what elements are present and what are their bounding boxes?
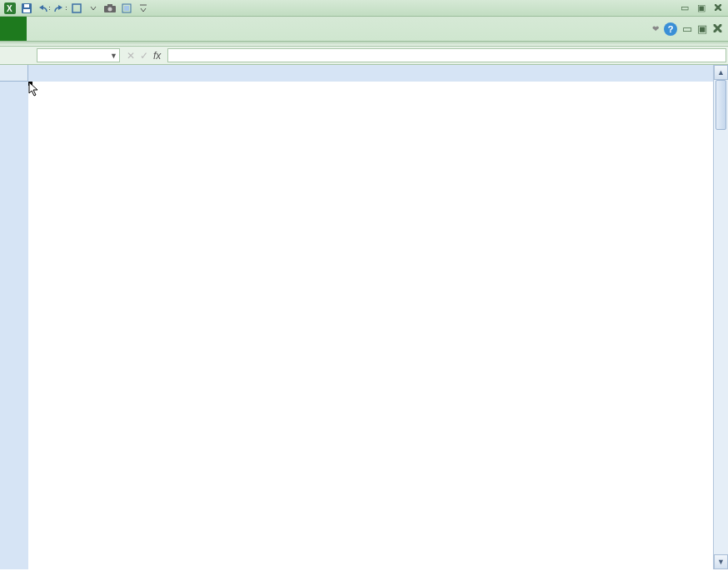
cells-area[interactable]: [28, 82, 713, 569]
ribbon: ❤ ? ▭ ▣ 🗙: [0, 17, 728, 42]
close-button[interactable]: 🗙: [712, 2, 725, 13]
fx-icon[interactable]: fx: [153, 50, 161, 62]
worksheet-grid: ▲ ▼: [0, 65, 728, 569]
svg-rect-3: [23, 9, 30, 12]
name-box[interactable]: ▼: [37, 48, 120, 62]
camera-icon[interactable]: [103, 2, 117, 15]
ribbon-restore-icon[interactable]: ▣: [697, 22, 707, 35]
file-tab[interactable]: [0, 17, 27, 41]
svg-rect-4: [24, 4, 29, 7]
ribbon-minimize-icon[interactable]: ▭: [682, 22, 692, 35]
ribbon-options-icon[interactable]: ❤: [652, 24, 659, 33]
svg-rect-8: [107, 4, 112, 7]
undo-icon[interactable]: [37, 2, 50, 15]
minimize-button[interactable]: ▭: [679, 2, 691, 13]
qat-dropdown-icon[interactable]: [87, 2, 100, 15]
ribbon-close-icon[interactable]: 🗙: [712, 22, 723, 35]
excel-icon: X: [3, 2, 17, 15]
formula-bar: ▼ ✕ ✓ fx: [0, 47, 728, 65]
cancel-formula-icon[interactable]: ✕: [127, 50, 135, 62]
qat-icon-3[interactable]: [120, 2, 133, 15]
row-headers: [0, 82, 28, 569]
scroll-thumb[interactable]: [716, 80, 726, 130]
enter-formula-icon[interactable]: ✓: [140, 50, 148, 62]
scroll-track[interactable]: [714, 80, 728, 554]
quick-access-toolbar: X: [0, 2, 150, 15]
window-controls: ▭ ▣ 🗙: [679, 2, 725, 13]
svg-rect-10: [124, 6, 129, 11]
maximize-button[interactable]: ▣: [696, 2, 707, 13]
redo-icon[interactable]: [53, 2, 67, 15]
column-headers: [28, 65, 713, 82]
svg-point-7: [108, 7, 112, 11]
save-icon[interactable]: [20, 2, 33, 15]
vertical-scrollbar[interactable]: ▲ ▼: [713, 65, 728, 569]
name-box-dropdown-icon[interactable]: ▼: [110, 52, 117, 60]
svg-rect-5: [72, 4, 81, 12]
qat-icon-1[interactable]: [70, 2, 83, 15]
ribbon-right: ❤ ? ▭ ▣ 🗙: [652, 17, 723, 41]
fill-handle[interactable]: [28, 82, 32, 86]
svg-text:X: X: [7, 4, 12, 13]
title-bar: X ▭ ▣ 🗙: [0, 0, 728, 17]
formula-buttons: ✕ ✓ fx: [120, 47, 167, 64]
qat-more-icon[interactable]: [137, 2, 150, 15]
help-icon[interactable]: ?: [664, 22, 677, 36]
scroll-up-button[interactable]: ▲: [714, 65, 728, 80]
formula-input[interactable]: [167, 48, 726, 62]
select-all-corner[interactable]: [0, 65, 28, 82]
selection-outline: [28, 82, 32, 85]
scroll-down-button[interactable]: ▼: [714, 554, 728, 569]
mouse-cursor-icon: [28, 82, 42, 98]
